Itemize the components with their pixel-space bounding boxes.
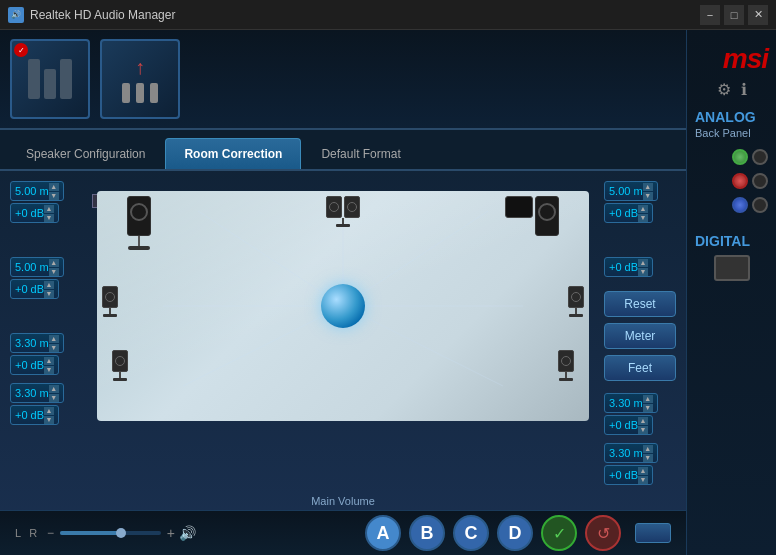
rca-device-icon[interactable]: ↑ [100,39,180,119]
jack-blue-line[interactable] [732,197,748,213]
tab-default-format[interactable]: Default Format [303,138,418,169]
spin-down-fr[interactable]: ▼ [643,192,653,200]
maximize-button[interactable]: □ [724,5,744,25]
gain-val-el: +0 dB [15,409,44,421]
spin-up-rr[interactable]: ▲ [643,445,653,453]
profile-a-button[interactable]: A [365,515,401,551]
svg-line-2 [343,211,488,306]
spin-gain-down-el[interactable]: ▼ [44,416,54,424]
volume-fill [60,531,120,535]
jack-red-in[interactable] [732,173,748,189]
spin-up-fl[interactable]: ▲ [49,183,59,191]
rca-cables [122,83,158,103]
distance-input-el[interactable]: 3.30 m ▲ ▼ [10,383,64,403]
gain-val-rl: +0 dB [15,359,44,371]
volume-thumb[interactable] [116,528,126,538]
spin-up-sl[interactable]: ▲ [49,259,59,267]
gear-icon[interactable]: ⚙ [717,80,731,99]
minimize-button[interactable]: − [700,5,720,25]
distance-val-el: 3.30 m [15,387,49,399]
spin-gain-down-sl[interactable]: ▼ [44,290,54,298]
tab-speaker-config[interactable]: Speaker Configuration [8,138,163,169]
spin-gain-down-rr[interactable]: ▼ [638,476,648,484]
spin-gain-down-rl[interactable]: ▼ [44,366,54,374]
cancel-button[interactable]: ↺ [585,515,621,551]
spin-gain-up-fl[interactable]: ▲ [44,205,54,213]
distance-input-rr[interactable]: 3.30 m ▲ ▼ [604,443,658,463]
window-controls: − □ ✕ [700,5,768,25]
spin-gain-down-fr[interactable]: ▼ [638,214,648,222]
info-icon[interactable]: ℹ [741,80,747,99]
distance-input-sl[interactable]: 5.00 m ▲ ▼ [10,257,64,277]
spk-rl-base [113,378,127,381]
close-button[interactable]: ✕ [748,5,768,25]
spin-up-fr[interactable]: ▲ [643,183,653,191]
spin-down-el[interactable]: ▼ [49,394,59,402]
spin-rl: ▲ ▼ [49,335,59,352]
distance-input-sr[interactable]: 3.30 m ▲ ▼ [604,393,658,413]
spk-rl-body [112,350,128,372]
distance-row-fr: 5.00 m ▲ ▼ [604,181,676,201]
volume-slider-container[interactable]: − + 🔊 [47,525,196,541]
profile-c-button[interactable]: C [453,515,489,551]
spin-down-fl[interactable]: ▼ [49,192,59,200]
action-buttons: Reset Meter Feet [604,291,676,381]
spk-rl-visual [112,350,128,381]
rca-plug-2 [136,83,144,103]
distance-input-fl[interactable]: 5.00 m ▲ ▼ [10,181,64,201]
spin-gain-up-el[interactable]: ▲ [44,407,54,415]
spin-down-sr[interactable]: ▼ [643,404,653,412]
gain-input-rl[interactable]: +0 dB ▲ ▼ [10,355,59,375]
gain-input-fr[interactable]: +0 dB ▲ ▼ [604,203,653,223]
spin-gain-up-sub[interactable]: ▲ [638,259,648,267]
volume-min-icon: − [47,526,54,540]
spin-fr: ▲ ▼ [643,183,653,200]
rca-arrow-icon: ↑ [135,56,145,79]
spin-gain-up-rl[interactable]: ▲ [44,357,54,365]
title-bar-left: 🔊 Realtek HD Audio Manager [8,7,175,23]
spin-down-sl[interactable]: ▼ [49,268,59,276]
distance-input-fr[interactable]: 5.00 m ▲ ▼ [604,181,658,201]
reset-button[interactable]: Reset [604,291,676,317]
jack-green-out[interactable] [732,149,748,165]
spin-gain-down-sr[interactable]: ▼ [638,426,648,434]
distance-val-rl: 3.30 m [15,337,49,349]
spin-up-el[interactable]: ▲ [49,385,59,393]
profile-d-button[interactable]: D [497,515,533,551]
feet-button[interactable]: Feet [604,355,676,381]
spin-gain-down-sub[interactable]: ▼ [638,268,648,276]
spin-down-rl[interactable]: ▼ [49,344,59,352]
distance-row-rr: 3.30 m ▲ ▼ [604,443,676,463]
ok-button[interactable]: ✓ [541,515,577,551]
gain-input-sr[interactable]: +0 dB ▲ ▼ [604,415,653,435]
left-label: L [15,527,21,539]
digital-label: DIGITAL [695,233,750,249]
settings-small-button[interactable] [635,523,671,543]
meter-button[interactable]: Meter [604,323,676,349]
gain-input-sub[interactable]: +0 dB ▲ ▼ [604,257,653,277]
volume-slider[interactable] [60,531,161,535]
speaker-device-icon[interactable]: ✓ [10,39,90,119]
spk-fl-visual [127,196,151,250]
rca-illustration: ↑ [122,56,158,103]
spin-gain-up-rr[interactable]: ▲ [638,467,648,475]
gain-input-sl[interactable]: +0 dB ▲ ▼ [10,279,59,299]
spin-gain-up-sl[interactable]: ▲ [44,281,54,289]
gain-input-el[interactable]: +0 dB ▲ ▼ [10,405,59,425]
speaker-rear-left [112,350,128,381]
spin-up-sr[interactable]: ▲ [643,395,653,403]
spin-gain-up-fr[interactable]: ▲ [638,205,648,213]
gain-input-rr[interactable]: +0 dB ▲ ▼ [604,465,653,485]
spin-gain-up-sr[interactable]: ▲ [638,417,648,425]
lr-labels: L R [15,527,37,539]
spin-up-rl[interactable]: ▲ [49,335,59,343]
control-rear-left: 3.30 m ▲ ▼ +0 dB ▲ ▼ [10,333,82,375]
spk-center [44,69,56,99]
spin-gain-down-fl[interactable]: ▼ [44,214,54,222]
profile-b-button[interactable]: B [409,515,445,551]
tab-room-correction[interactable]: Room Correction [165,138,301,169]
spin-down-rr[interactable]: ▼ [643,454,653,462]
room-visualization: Enable Room Correction Room Correction c… [92,181,594,500]
distance-input-rl[interactable]: 3.30 m ▲ ▼ [10,333,64,353]
gain-input-fl[interactable]: +0 dB ▲ ▼ [10,203,59,223]
